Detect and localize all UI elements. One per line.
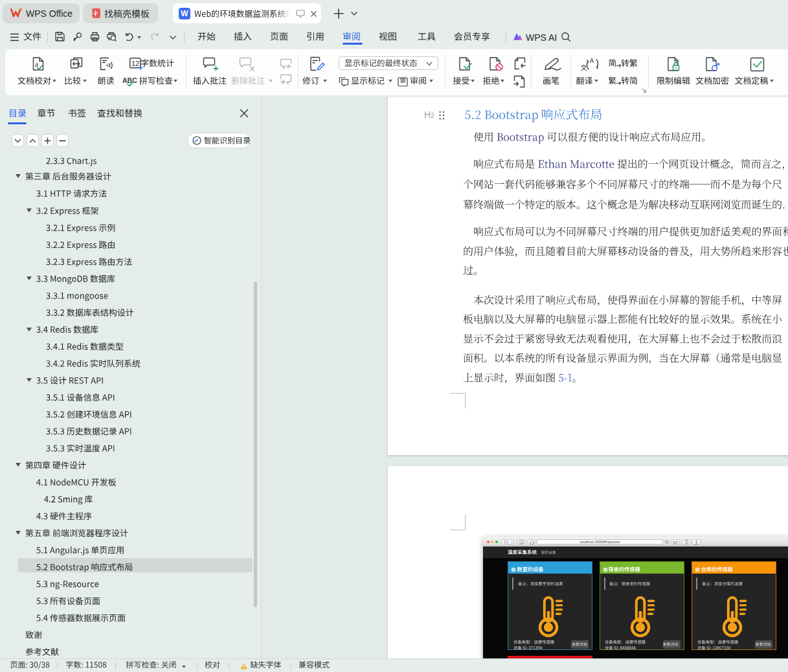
svg-text:ABC: ABC: [122, 76, 137, 84]
svg-text:12: 12: [131, 60, 139, 67]
